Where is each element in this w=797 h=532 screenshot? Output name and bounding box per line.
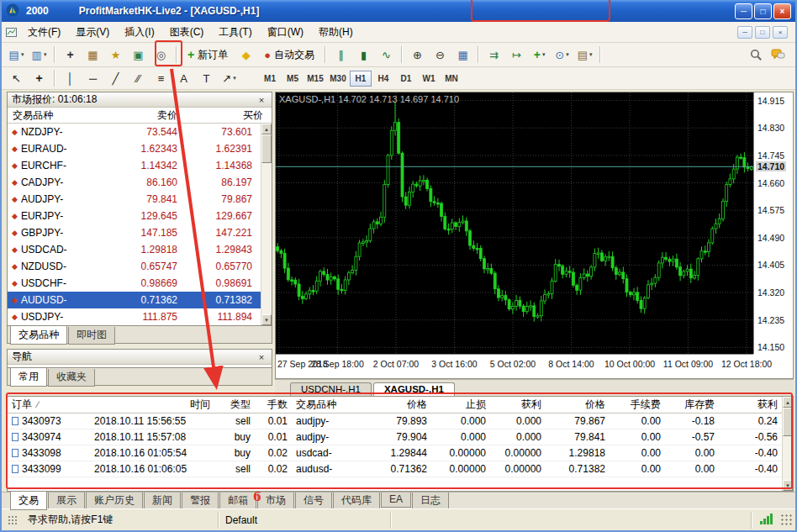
price-axis[interactable]: 14.91514.83014.74514.66014.57514.49014.4…	[753, 92, 793, 354]
terminal-tab-邮箱[interactable]: 邮箱	[219, 492, 256, 510]
terminal-tab-市场[interactable]: 市场	[257, 492, 294, 510]
orders-header-2[interactable]: 类型	[214, 398, 255, 412]
time-axis[interactable]: 27 Sep 201828 Sep 18:002 Oct 07:003 Oct …	[276, 354, 753, 378]
navigator-tab-收藏夹[interactable]: 收藏夹	[48, 369, 95, 387]
scroll-up-icon[interactable]: ▲	[783, 397, 793, 408]
orders-header-8[interactable]: 价格	[546, 398, 610, 412]
terminal-tab-警报[interactable]: 警报	[182, 492, 219, 510]
timeframe-m15[interactable]: M15	[304, 71, 326, 87]
orders-header-4[interactable]: 交易品种	[292, 398, 361, 412]
auto-scroll-button[interactable]: ⇉	[483, 45, 504, 64]
market-watch-toggle-button[interactable]: +	[60, 45, 81, 64]
new-chart-button[interactable]: ▤▾	[6, 45, 27, 64]
timeframe-m30[interactable]: M30	[327, 71, 349, 87]
terminal-tab-代码库[interactable]: 代码库	[333, 492, 380, 510]
status-profile-section[interactable]: Default	[219, 512, 391, 529]
market-watch-row[interactable]: ◆EURJPY-129.645129.667	[8, 208, 261, 224]
orders-header-6[interactable]: 止损	[431, 398, 490, 412]
menu-item-5[interactable]: 窗口(W)	[260, 23, 311, 42]
orders-header-10[interactable]: 库存费	[665, 398, 719, 412]
menu-item-2[interactable]: 插入(I)	[117, 23, 161, 42]
profiles-button[interactable]: ▥▾	[29, 45, 50, 64]
market-watch-row[interactable]: ◆NZDJPY-73.54473.601	[8, 124, 261, 140]
indicators-button[interactable]: +▾	[529, 45, 550, 64]
chart-canvas[interactable]: XAGUSD-,H1 14.702 14.713 14.697 14.710	[276, 92, 753, 354]
terminal-tab-日志[interactable]: 日志	[412, 492, 449, 510]
market-watch-row[interactable]: ◆USDCAD-1.298181.29843	[8, 241, 261, 258]
market-watch-row[interactable]: ◆NZDUSD-0.657470.65770	[8, 258, 261, 275]
timeframe-h4[interactable]: H4	[372, 71, 394, 87]
orders-header-9[interactable]: 手续费	[610, 398, 665, 412]
scroll-up-icon[interactable]: ▲	[261, 124, 272, 134]
trendline-button[interactable]: ╱	[105, 69, 126, 87]
restore-button[interactable]: □	[754, 3, 772, 19]
strategy-tester-toggle-button[interactable]: ◎	[150, 45, 172, 64]
terminal-toggle-button[interactable]: ▣	[128, 45, 149, 64]
timeframe-h1[interactable]: H1	[350, 71, 372, 87]
menu-item-4[interactable]: 工具(T)	[211, 23, 259, 42]
scroll-track[interactable]	[261, 163, 272, 314]
terminal-tab-EA[interactable]: EA	[381, 492, 411, 508]
crosshair-button[interactable]: +	[29, 69, 50, 87]
order-row[interactable]: 34309732018.10.11 15:56:55sell0.01audjpy…	[8, 413, 782, 429]
chart-tab-USDCNH-,H1[interactable]: USDCNH-,H1	[290, 382, 372, 396]
close-icon[interactable]: ×	[256, 95, 267, 105]
text-button[interactable]: A	[173, 69, 194, 87]
close-chart-button[interactable]: ×	[773, 26, 788, 39]
chart-shift-button[interactable]: ↦	[506, 45, 527, 64]
chart-candlesticks-button[interactable]: ▮	[353, 45, 374, 64]
periods-button[interactable]: ⊙▾	[552, 45, 573, 64]
scroll-track[interactable]	[783, 436, 793, 480]
equidistant-channel-button[interactable]: ∕∕	[128, 69, 149, 87]
timeframe-d1[interactable]: D1	[395, 71, 417, 87]
market-watch-row[interactable]: ◆EURCHF-1.143421.14368	[8, 157, 261, 174]
zoom-in-button[interactable]: ⊕	[407, 45, 428, 64]
market-watch-row[interactable]: ◆USDJPY-111.875111.894	[8, 308, 261, 325]
arrows-tool-button[interactable]: ↗▾	[219, 69, 240, 87]
chat-icon[interactable]	[771, 49, 785, 61]
new-order-button[interactable]: +新订单	[182, 45, 234, 64]
terminal-tab-账户历史[interactable]: 账户历史	[86, 492, 143, 510]
horizontal-line-button[interactable]: ─	[82, 69, 103, 87]
order-row[interactable]: 34330992018.10.16 01:06:05sell0.02audusd…	[8, 461, 782, 477]
orders-header-5[interactable]: 价格	[361, 398, 431, 412]
scroll-down-icon[interactable]: ▼	[261, 314, 272, 325]
text-label-button[interactable]: T	[196, 69, 217, 87]
orders-header-0[interactable]: 订单∕	[8, 398, 90, 412]
minimize-button[interactable]: ─	[735, 3, 752, 19]
order-row[interactable]: 34309742018.10.11 15:57:08buy0.01audjpy-…	[8, 429, 782, 445]
terminal-scrollbar[interactable]: ▲ ▼	[782, 397, 793, 491]
market-watch-row[interactable]: ◆AUDUSD-0.713620.71382	[8, 292, 261, 308]
chart-bars-button[interactable]: ∥	[330, 45, 351, 64]
autotrading-button[interactable]: ●自动交易	[258, 45, 320, 64]
timeframe-w1[interactable]: W1	[418, 71, 440, 87]
market-watch-row[interactable]: ◆CADJPY-86.16086.197	[8, 174, 261, 191]
menu-item-0[interactable]: 文件(F)	[20, 23, 68, 42]
menu-item-3[interactable]: 图表(C)	[162, 23, 212, 42]
close-button[interactable]: ×	[773, 3, 791, 19]
menu-item-1[interactable]: 显示(V)	[68, 23, 117, 42]
timeframe-m5[interactable]: M5	[282, 71, 303, 87]
navigator-tab-常用[interactable]: 常用	[10, 368, 47, 387]
market-watch-scrollbar[interactable]: ▲ ▼	[261, 124, 272, 325]
chart-tab-XAGUSD-,H1[interactable]: XAGUSD-,H1	[373, 382, 455, 396]
scroll-thumb[interactable]	[783, 408, 793, 436]
navigator-toggle-button[interactable]: ★	[105, 45, 126, 64]
restore-chart-button[interactable]: □	[755, 26, 770, 39]
market-watch-tab-即时图[interactable]: 即时图	[68, 327, 115, 345]
terminal-tab-展示[interactable]: 展示	[48, 492, 85, 510]
timeframe-m1[interactable]: M1	[259, 71, 281, 87]
chart-line-button[interactable]: ∿	[376, 45, 397, 64]
metaeditor-button[interactable]: ◆	[235, 45, 256, 64]
orders-header-1[interactable]: 时间	[90, 398, 214, 412]
menu-item-6[interactable]: 帮助(H)	[311, 23, 361, 42]
market-watch-row[interactable]: ◆USDCHF-0.986690.98691	[8, 275, 261, 292]
terminal-tab-交易[interactable]: 交易	[10, 492, 47, 510]
market-watch-row[interactable]: ◆AUDJPY-79.84179.867	[8, 191, 261, 208]
scroll-thumb[interactable]	[261, 134, 272, 163]
templates-button[interactable]: ▤▾	[574, 45, 595, 64]
market-watch-tab-交易品种[interactable]: 交易品种	[10, 326, 67, 345]
orders-header-7[interactable]: 获利	[490, 398, 546, 412]
cursor-button[interactable]: ↖	[6, 69, 27, 87]
terminal-tab-信号[interactable]: 信号	[295, 492, 332, 510]
